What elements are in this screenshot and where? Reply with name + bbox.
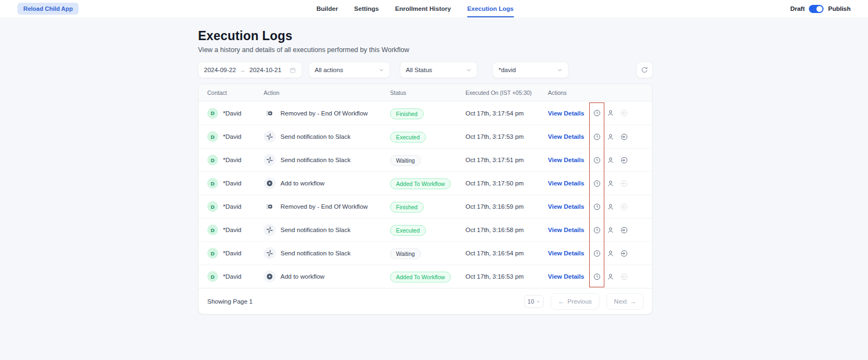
history-icon[interactable] — [590, 153, 604, 167]
actions-cell: View Details — [548, 270, 643, 284]
date-end-input[interactable]: 2024-10-21 — [250, 67, 282, 73]
enter-workflow-icon[interactable] — [617, 270, 631, 284]
previous-page-button[interactable]: ← Previous — [551, 293, 599, 310]
view-details-link[interactable]: View Details — [548, 133, 590, 140]
chevron-down-icon — [536, 299, 540, 304]
tab-execution-logs[interactable]: Execution Logs — [467, 0, 514, 17]
executed-on: Oct 17th, 3:17:54 pm — [465, 110, 548, 117]
date-start-input[interactable]: 2024-09-22 — [204, 67, 236, 73]
action-cell: Send notification to Slack — [264, 247, 390, 259]
history-icon[interactable] — [590, 177, 604, 190]
action-label: Removed by - End Of Workflow — [280, 110, 368, 117]
refresh-icon — [641, 66, 648, 74]
actions-cell: View Details — [548, 130, 643, 144]
refresh-button[interactable] — [636, 62, 653, 78]
add-to-workflow-icon — [264, 177, 276, 189]
tab-builder[interactable]: Builder — [316, 0, 338, 17]
actions-cell: View Details — [548, 177, 643, 190]
contact-name: *David — [223, 203, 241, 210]
history-icon[interactable] — [590, 106, 604, 120]
publish-label: Publish — [828, 5, 851, 12]
view-details-link[interactable]: View Details — [548, 180, 590, 187]
tab-enrollment-history[interactable]: Enrollment History — [395, 0, 451, 17]
contact-profile-icon[interactable] — [604, 177, 617, 190]
action-filter-value: All actions — [315, 67, 343, 73]
next-page-button[interactable]: Next → — [607, 293, 644, 310]
status-cell: Added To Workflow — [390, 272, 465, 281]
action-cell: Add to workflow — [264, 177, 390, 189]
contact-profile-icon[interactable] — [604, 270, 617, 284]
contact-name: *David — [223, 250, 241, 256]
slack-icon — [264, 131, 276, 143]
status-cell: Added To Workflow — [390, 178, 465, 188]
contact-profile-icon[interactable] — [604, 247, 617, 260]
chevron-down-icon — [379, 67, 384, 73]
status-filter-dropdown[interactable]: All Status — [400, 62, 477, 78]
contact-cell: D *David — [207, 248, 264, 259]
workflow-tabs: Builder Settings Enrollment History Exec… — [316, 0, 514, 17]
draft-label: Draft — [790, 5, 805, 12]
column-header: Action — [264, 89, 390, 96]
history-icon[interactable] — [590, 270, 604, 284]
avatar: D — [207, 224, 218, 235]
history-icon[interactable] — [590, 200, 604, 214]
contact-profile-icon[interactable] — [604, 153, 617, 167]
action-filter-dropdown[interactable]: All actions — [309, 62, 390, 78]
contact-profile-icon[interactable] — [604, 130, 617, 144]
history-icon[interactable] — [590, 130, 604, 144]
action-cell: Send notification to Slack — [264, 131, 390, 143]
view-details-link[interactable]: View Details — [548, 250, 590, 256]
status-cell: Waiting — [390, 248, 465, 258]
avatar: D — [207, 248, 218, 259]
table-row: D *David Add to workflow Added To Workfl… — [199, 171, 652, 195]
action-label: Send notification to Slack — [280, 133, 350, 140]
actions-cell: View Details — [548, 247, 643, 260]
action-label: Removed by - End Of Workflow — [280, 203, 368, 210]
status-cell: Waiting — [390, 155, 465, 165]
history-icon[interactable] — [590, 223, 604, 237]
action-cell: Removed by - End Of Workflow — [264, 107, 390, 119]
page-size-select[interactable]: 10 — [524, 295, 543, 308]
view-details-link[interactable]: View Details — [548, 203, 590, 210]
status-filter-value: All Status — [406, 67, 432, 73]
history-icon[interactable] — [590, 247, 604, 260]
contact-name: *David — [223, 227, 241, 233]
showing-page-label: Showing Page 1 — [207, 298, 253, 305]
view-details-link[interactable]: View Details — [548, 227, 590, 233]
table-row: D *David Removed by - End Of Workflow Fi… — [199, 195, 652, 218]
view-details-link[interactable]: View Details — [548, 110, 590, 117]
enter-workflow-icon[interactable] — [617, 223, 631, 237]
date-range-arrow-icon: → — [240, 67, 246, 73]
avatar: D — [207, 108, 218, 119]
enter-workflow-icon[interactable] — [617, 200, 631, 214]
reload-child-app-button[interactable]: Reload Child App — [17, 3, 79, 15]
publish-toggle[interactable] — [809, 5, 824, 13]
enter-workflow-icon[interactable] — [617, 130, 631, 144]
enter-workflow-icon[interactable] — [617, 106, 631, 120]
contact-cell: D *David — [207, 224, 264, 235]
contact-profile-icon[interactable] — [604, 200, 617, 214]
contact-profile-icon[interactable] — [604, 106, 617, 120]
page-subtitle: View a history and details of all execut… — [198, 46, 653, 54]
table-row: D *David Send notification to Slack Wait… — [199, 241, 652, 265]
contact-cell: D *David — [207, 271, 264, 282]
contact-filter-dropdown[interactable]: *david — [493, 62, 569, 78]
contact-profile-icon[interactable] — [604, 223, 617, 237]
status-badge: Finished — [390, 108, 424, 119]
avatar: D — [207, 131, 218, 142]
view-details-link[interactable]: View Details — [548, 157, 590, 163]
contact-name: *David — [223, 273, 241, 280]
enter-workflow-icon[interactable] — [617, 247, 631, 260]
contact-name: *David — [223, 110, 241, 117]
contact-name: *David — [223, 180, 241, 187]
arrow-right-icon: → — [630, 298, 637, 305]
table-row: D *David Removed by - End Of Workflow Fi… — [199, 101, 652, 125]
column-header: Status — [390, 89, 465, 96]
slack-icon — [264, 154, 276, 166]
tab-settings[interactable]: Settings — [354, 0, 379, 17]
enter-workflow-icon[interactable] — [617, 153, 631, 167]
date-range-picker[interactable]: 2024-09-22 → 2024-10-21 — [198, 62, 302, 78]
view-details-link[interactable]: View Details — [548, 273, 590, 280]
contact-cell: D *David — [207, 178, 264, 189]
enter-workflow-icon[interactable] — [617, 177, 631, 190]
